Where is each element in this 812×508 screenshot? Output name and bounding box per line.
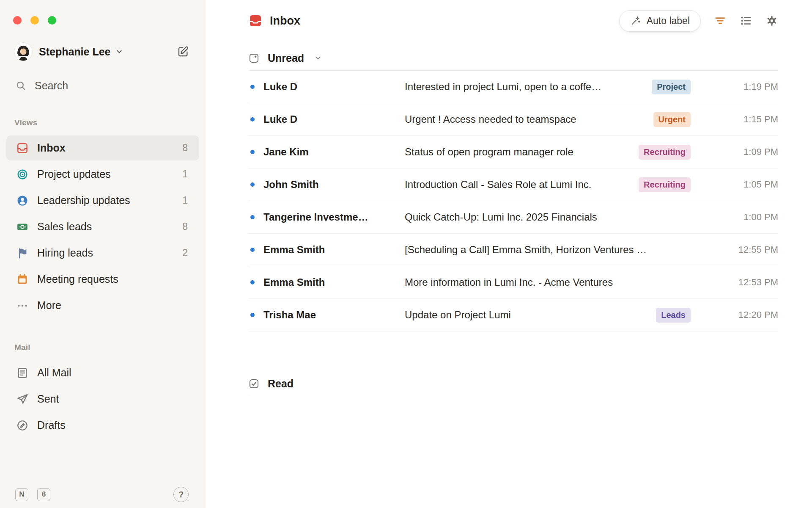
email-sender: Trisha Mae	[263, 309, 405, 321]
sidebar-item-all-mail[interactable]: All Mail	[6, 360, 199, 385]
email-row[interactable]: Luke D Interested in project Lumi, open …	[248, 71, 778, 103]
unread-count: 1	[182, 195, 188, 206]
calendar-badge[interactable]: 6	[37, 488, 50, 501]
account-switcher[interactable]: Stephanie Lee	[14, 42, 189, 61]
inbox-icon	[16, 142, 29, 155]
email-sender: Emma Smith	[263, 276, 405, 288]
email-time: 1:15 PM	[715, 114, 778, 125]
sidebar-item-project-updates[interactable]: Project updates 1	[6, 162, 199, 187]
chevron-down-icon	[313, 53, 323, 63]
email-subject: Urgent ! Access needed to teamspace	[405, 113, 653, 125]
label-badge: Urgent	[653, 112, 691, 127]
email-row[interactable]: Jane Kim Status of open program manager …	[248, 136, 778, 168]
unread-section-header[interactable]: Unread	[248, 52, 778, 71]
help-button[interactable]: ?	[173, 487, 189, 502]
email-row[interactable]: Emma Smith [Scheduling a Call] Emma Smit…	[248, 234, 778, 266]
email-row[interactable]: Tangerine Investme… Quick Catch-Up: Lumi…	[248, 201, 778, 234]
unread-dot	[250, 248, 255, 252]
unread-dot	[250, 215, 255, 219]
window-controls	[0, 0, 206, 25]
main-header: Inbox Auto label	[248, 11, 778, 30]
sidebar-item-sent[interactable]: Sent	[6, 387, 199, 411]
auto-label-text: Auto label	[647, 15, 690, 27]
email-sender: Luke D	[263, 81, 405, 93]
unread-icon	[248, 52, 260, 64]
sidebar: Stephanie Lee Search Views Inbox 8	[0, 0, 206, 508]
notion-badge[interactable]: N	[15, 488, 28, 501]
close-button[interactable]	[13, 16, 22, 25]
email-time: 1:00 PM	[715, 212, 778, 223]
search-button[interactable]: Search	[15, 80, 206, 92]
label-badge: Recruiting	[639, 177, 691, 192]
unread-dot	[250, 313, 255, 317]
email-subject: Introduction Call - Sales Role at Lumi I…	[405, 179, 639, 190]
email-subject: Status of open program manager role	[405, 146, 639, 158]
sidebar-item-label: Sent	[37, 393, 59, 405]
sidebar-item-more[interactable]: More	[6, 293, 199, 318]
sidebar-item-label: Sales leads	[37, 221, 92, 233]
target-icon	[16, 168, 29, 181]
person-icon	[16, 194, 29, 207]
unread-dot	[250, 182, 255, 187]
email-row[interactable]: Trisha Mae Update on Project Lumi Leads …	[248, 299, 778, 331]
sidebar-item-meeting-requests[interactable]: Meeting requests	[6, 267, 199, 292]
inbox-icon	[248, 14, 263, 28]
sidebar-item-label: Leadership updates	[37, 194, 130, 207]
email-sender: John Smith	[263, 179, 405, 190]
minimize-button[interactable]	[30, 16, 39, 25]
flag-icon	[16, 247, 29, 260]
sidebar-item-drafts[interactable]: Drafts	[6, 413, 199, 438]
ellipsis-icon	[16, 299, 29, 312]
mail-nav: All Mail Sent Drafts	[0, 359, 206, 439]
gear-icon[interactable]	[765, 14, 778, 27]
compose-button[interactable]	[177, 45, 189, 58]
filter-icon[interactable]	[714, 14, 727, 27]
checkbox-checked-icon	[248, 378, 260, 389]
email-time: 12:20 PM	[715, 309, 778, 320]
views-nav: Inbox 8 Project updates 1 Leadership upd…	[0, 134, 206, 319]
unread-dot	[250, 85, 255, 89]
email-row[interactable]: Emma Smith More information in Lumi Inc.…	[248, 266, 778, 299]
email-time: 12:55 PM	[715, 244, 778, 255]
email-subject: Update on Project Lumi	[405, 309, 656, 321]
unread-dot	[250, 150, 255, 154]
sidebar-item-leadership-updates[interactable]: Leadership updates 1	[6, 188, 199, 213]
email-time: 1:19 PM	[715, 81, 778, 92]
unread-section-label: Unread	[268, 52, 304, 64]
email-row[interactable]: John Smith Introduction Call - Sales Rol…	[248, 168, 778, 201]
sidebar-item-hiring-leads[interactable]: Hiring leads 2	[6, 240, 199, 265]
email-row[interactable]: Luke D Urgent ! Access needed to teamspa…	[248, 103, 778, 136]
user-name: Stephanie Lee	[39, 46, 111, 58]
sidebar-item-label: Inbox	[37, 142, 66, 154]
email-sender: Tangerine Investme…	[263, 211, 405, 223]
unread-dot	[250, 280, 255, 284]
read-section-label: Read	[268, 377, 294, 390]
unread-count: 1	[182, 168, 188, 180]
email-subject: More information in Lumi Inc. - Acme Ven…	[405, 276, 715, 288]
sidebar-footer: N 6 ?	[0, 487, 206, 508]
email-sender: Luke D	[263, 113, 405, 125]
read-section-header[interactable]: Read	[248, 377, 778, 396]
label-badge: Project	[652, 80, 691, 94]
search-label: Search	[35, 80, 68, 92]
sidebar-item-sales-leads[interactable]: Sales leads 8	[6, 214, 199, 239]
document-icon	[16, 367, 29, 379]
sidebar-item-label: Project updates	[37, 168, 111, 180]
main-panel: Inbox Auto label	[206, 0, 812, 508]
sidebar-item-inbox[interactable]: Inbox 8	[6, 135, 199, 160]
unread-count: 2	[182, 247, 188, 259]
banknote-icon	[16, 221, 29, 233]
views-section-title: Views	[14, 118, 206, 127]
email-sender: Jane Kim	[263, 146, 405, 158]
email-subject: [Scheduling a Call] Emma Smith, Horizon …	[405, 244, 715, 256]
email-list: Luke D Interested in project Lumi, open …	[248, 71, 778, 331]
list-view-icon[interactable]	[740, 14, 752, 27]
email-time: 12:53 PM	[715, 277, 778, 288]
email-subject: Quick Catch-Up: Lumi Inc. 2025 Financial…	[405, 211, 715, 223]
avatar	[14, 42, 33, 61]
zoom-button[interactable]	[48, 16, 56, 25]
auto-label-button[interactable]: Auto label	[619, 10, 701, 32]
calendar-icon	[16, 273, 29, 286]
sidebar-item-label: All Mail	[37, 367, 71, 379]
sidebar-item-label: Hiring leads	[37, 247, 93, 259]
